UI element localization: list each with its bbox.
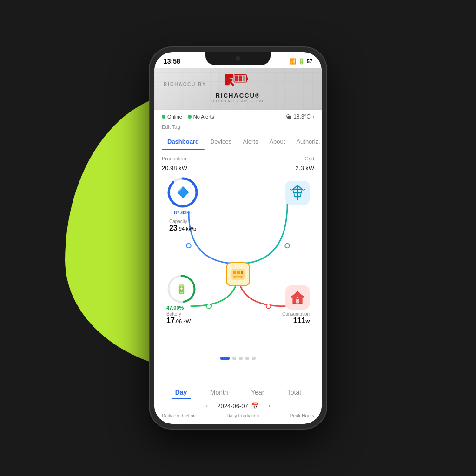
battery-status-icon: 🔋 <box>298 58 305 65</box>
logo-area: RICHACCU® SUPER FAST - SUPER COOL <box>211 73 266 103</box>
time-tabs: Day Month Year Total <box>154 387 322 399</box>
tab-devices[interactable]: Devices <box>205 133 237 150</box>
production-stat: Production 20.98 kW <box>162 156 187 172</box>
solar-inner: 🔷 <box>166 176 199 209</box>
online-dot <box>162 115 165 119</box>
richaccu-logo-icon <box>223 73 253 91</box>
svg-rect-30 <box>296 299 299 304</box>
capacity-label: Capacity <box>169 219 196 224</box>
svg-line-3 <box>230 81 233 85</box>
battery-inner: 🔋 <box>166 274 197 304</box>
house-icon-svg <box>290 290 305 305</box>
battery-percent-label: 47.00% <box>166 305 184 311</box>
brand-tagline: SUPER FAST - SUPER COOL <box>211 99 266 103</box>
date-navigation: ← 2024-06-07 📅 → <box>154 399 322 411</box>
consumption-label: Consumption <box>282 311 310 317</box>
status-time: 13:58 <box>164 58 180 65</box>
svg-rect-23 <box>237 271 240 274</box>
current-date: 2024-06-07 <box>217 403 248 410</box>
map-background: RICHACCU BY <box>154 68 322 110</box>
svg-point-12 <box>266 304 271 309</box>
consumption-stat: Consumption 111w <box>282 311 310 325</box>
tab-month[interactable]: Month <box>206 387 232 399</box>
svg-point-10 <box>285 244 290 248</box>
edit-tag-button[interactable]: Edit Tag <box>154 122 322 133</box>
next-date-button[interactable]: → <box>264 402 272 410</box>
svg-point-11 <box>206 304 211 309</box>
page-dot-4[interactable] <box>245 357 249 360</box>
page-dot-1[interactable] <box>220 357 230 360</box>
svg-point-27 <box>238 277 239 278</box>
svg-point-26 <box>234 277 236 278</box>
metric-daily-production: Daily Production <box>162 413 196 418</box>
alerts-dot <box>188 115 192 119</box>
consumption-node[interactable]: Consumption 111w <box>282 285 310 325</box>
prev-date-button[interactable]: ← <box>204 402 212 410</box>
temperature-value: 18.3°C <box>293 113 311 120</box>
phone-screen: 13:58 📶 🔋 57 RICHACCU BY <box>154 52 322 424</box>
svg-rect-5 <box>239 75 242 81</box>
notch <box>205 52 271 65</box>
consumption-value: 111w <box>282 317 310 325</box>
battery-circular-progress: 🔋 <box>166 274 197 304</box>
metrics-row: Daily Production Daily Irradiation Peak … <box>154 411 322 421</box>
alerts-indicator: No Alerts <box>188 114 214 119</box>
capacity-info: Capacity 23.94 kWp <box>169 217 196 232</box>
production-label: Production <box>162 156 187 161</box>
tab-authoriz[interactable]: Authoriz. <box>291 133 322 150</box>
bottom-tabs: Day Month Year Total ← <box>154 382 322 424</box>
tab-day[interactable]: Day <box>172 387 191 399</box>
phone-frame: 13:58 📶 🔋 57 RICHACCU BY <box>150 47 326 429</box>
date-display: 2024-06-07 📅 <box>217 402 259 410</box>
svg-rect-8 <box>246 77 248 80</box>
online-label: Online <box>167 114 182 119</box>
weather-icon: 🌥 <box>286 113 291 120</box>
battery-icon: 🔋 <box>176 284 187 295</box>
grid-tower-svg <box>289 185 306 201</box>
map-overlay-text: RICHACCU BY <box>164 82 206 87</box>
header-area: RICHACCU BY <box>154 68 322 133</box>
solar-node[interactable]: 🔷 87.63% Capacity 23.94 kWp <box>166 176 199 232</box>
camera-sensor <box>236 56 240 61</box>
wifi-icon: 📶 <box>289 58 296 65</box>
tab-about[interactable]: About <box>264 133 291 150</box>
weather-info[interactable]: 🌥 18.3°C › <box>286 113 314 120</box>
weather-chevron: › <box>312 113 314 120</box>
grid-value: 2.3 kW <box>296 161 314 172</box>
tab-total[interactable]: Total <box>284 387 305 399</box>
svg-point-9 <box>186 244 191 248</box>
status-indicators: Online No Alerts <box>162 114 214 119</box>
solar-circular-progress: 🔷 <box>166 176 199 209</box>
tab-year[interactable]: Year <box>247 387 268 399</box>
battery-percent: 57 <box>307 59 312 64</box>
tab-alerts[interactable]: Alerts <box>237 133 264 150</box>
inverter-icon-svg <box>231 267 245 281</box>
page-dots <box>162 353 314 364</box>
nav-tabs: Dashboard Devices Alerts About Authoriz. <box>154 133 322 150</box>
flow-diagram: 🔷 87.63% Capacity 23.94 kWp <box>162 176 314 353</box>
capacity-value: 23.94 kWp <box>169 224 196 232</box>
svg-rect-4 <box>235 75 238 81</box>
battery-value: 17.06 kW <box>166 317 191 325</box>
status-bar: 13:58 📶 🔋 57 <box>154 52 322 68</box>
info-bar: Online No Alerts 🌥 18.3°C › <box>154 110 322 122</box>
production-value: 20.98 kW <box>162 161 187 172</box>
inverter-node[interactable] <box>226 262 250 286</box>
svg-point-28 <box>241 277 242 278</box>
page-dot-5[interactable] <box>252 357 256 360</box>
inverter-box <box>226 262 250 286</box>
grid-icon-box <box>285 181 310 205</box>
solar-panel-icon: 🔷 <box>177 186 189 198</box>
calendar-icon[interactable]: 📅 <box>251 402 259 410</box>
grid-node[interactable] <box>285 181 310 205</box>
grid-stat: Grid 2.3 kW <box>296 156 314 172</box>
svg-rect-24 <box>241 271 243 274</box>
tab-dashboard[interactable]: Dashboard <box>162 133 205 150</box>
page-dot-3[interactable] <box>239 357 243 360</box>
status-icons: 📶 🔋 57 <box>289 58 312 65</box>
svg-rect-1 <box>225 74 233 78</box>
battery-label: Battery <box>166 311 191 317</box>
page-dot-2[interactable] <box>232 357 236 360</box>
brand-name: RICHACCU® <box>216 92 261 99</box>
battery-node[interactable]: 🔋 47.00% Battery 17.06 kW <box>166 274 197 325</box>
